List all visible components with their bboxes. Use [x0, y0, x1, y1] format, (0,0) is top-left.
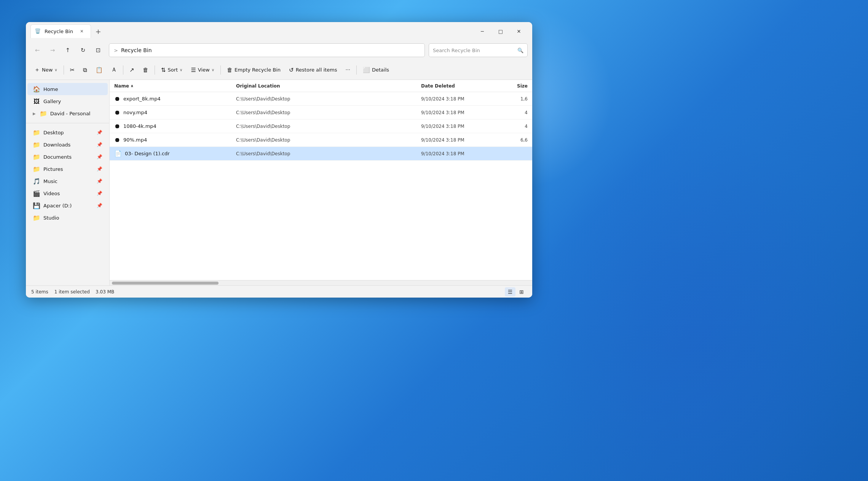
window-controls: ─ □ ✕	[474, 25, 528, 37]
grid-view-icon: ⊞	[519, 289, 524, 295]
sort-label: Sort	[168, 67, 178, 73]
paste-button[interactable]: 📋	[92, 63, 107, 77]
minimize-button[interactable]: ─	[474, 25, 491, 37]
item-count: 5 items	[31, 289, 48, 295]
column-size[interactable]: Size	[497, 83, 528, 89]
column-size-label: Size	[517, 83, 528, 89]
sidebar: 🏠 Home 🖼 Gallery ▶ 📁 David - Personal 📁 …	[26, 80, 110, 285]
sidebar-item-studio[interactable]: 📁 Studio	[27, 212, 108, 224]
file-date-cell: 9/10/2024 3:18 PM	[421, 124, 497, 129]
desktop-icon: 📁	[33, 129, 40, 136]
sidebar-divider	[26, 121, 109, 123]
list-view-button[interactable]: ☰	[505, 287, 515, 296]
view-icon: ☰	[191, 67, 196, 73]
file-name-text: 1080-4k.mp4	[123, 123, 156, 129]
file-list: ⏺ export_8k.mp4 C:\Users\David\Desktop 9…	[110, 92, 532, 280]
pictures-icon: 📁	[33, 166, 40, 173]
file-name-cell: 📄 03- Design (1).cdr	[114, 150, 236, 157]
back-button[interactable]: ←	[30, 43, 44, 57]
pictures-pin-icon: 📌	[97, 166, 102, 172]
search-bar[interactable]: Search Recycle Bin 🔍	[429, 43, 528, 57]
status-bar: 5 items 1 item selected 3.03 MB ☰ ⊞	[26, 285, 532, 298]
separator-3	[155, 65, 155, 75]
rename-button[interactable]: Ａ	[107, 63, 121, 77]
column-name[interactable]: Name ∧	[114, 83, 236, 89]
new-button[interactable]: ＋ New ∨	[30, 63, 61, 77]
sidebar-item-studio-label: Studio	[43, 215, 59, 221]
close-button[interactable]: ✕	[510, 25, 528, 37]
new-chevron: ∨	[54, 68, 57, 72]
sidebar-item-david-personal[interactable]: ▶ 📁 David - Personal	[27, 107, 108, 119]
details-button[interactable]: ⬜ Details	[359, 63, 393, 77]
empty-icon: 🗑	[227, 67, 233, 73]
table-row[interactable]: ⏺ 1080-4k.mp4 C:\Users\David\Desktop 9/1…	[110, 119, 532, 133]
sidebar-item-gallery-label: Gallery	[43, 99, 61, 104]
sidebar-item-videos[interactable]: 🎬 Videos 📌	[27, 187, 108, 199]
sidebar-item-videos-label: Videos	[43, 191, 60, 196]
file-name-text: 03- Design (1).cdr	[125, 151, 170, 156]
video-file-icon: ⏺	[114, 123, 120, 130]
file-size-cell: 4	[497, 124, 528, 129]
rename-icon: Ａ	[111, 66, 117, 73]
recycle-bin-tab[interactable]: 🗑️ Recycle Bin ✕	[30, 24, 91, 38]
delete-button[interactable]: 🗑	[139, 63, 152, 77]
apacer-pin-icon: 📌	[97, 203, 102, 208]
file-explorer-window: 🗑️ Recycle Bin ✕ + ─ □ ✕ ← → ↑ ↻ ⊡ > Rec…	[26, 22, 532, 298]
restore-all-button[interactable]: ↺ Restore all items	[285, 63, 341, 77]
table-row[interactable]: ⏺ export_8k.mp4 C:\Users\David\Desktop 9…	[110, 92, 532, 106]
sidebar-item-apacer-label: Apacer (D:)	[43, 203, 72, 209]
up-button[interactable]: ↑	[61, 43, 75, 57]
horizontal-scrollbar[interactable]	[110, 280, 532, 285]
sidebar-item-apacer[interactable]: 💾 Apacer (D:) 📌	[27, 199, 108, 212]
copy-icon: ⧉	[83, 67, 87, 73]
share-icon: ↗	[129, 67, 134, 73]
file-name-cell: ⏺ 1080-4k.mp4	[114, 123, 236, 130]
scrollbar-thumb[interactable]	[112, 282, 219, 285]
expand-icon: ▶	[33, 111, 36, 116]
tab-close-button[interactable]: ✕	[78, 28, 85, 35]
sort-button[interactable]: ⇅ Sort ∨	[157, 63, 187, 77]
selected-info: 1 item selected 3.03 MB	[54, 289, 114, 295]
address-path: Recycle Bin	[121, 47, 152, 53]
videos-icon: 🎬	[33, 190, 40, 197]
maximize-button[interactable]: □	[492, 25, 509, 37]
sidebar-item-downloads[interactable]: 📁 Downloads 📌	[27, 139, 108, 151]
address-bar[interactable]: > Recycle Bin	[109, 43, 425, 57]
sidebar-item-gallery[interactable]: 🖼 Gallery	[27, 95, 108, 107]
sidebar-item-music[interactable]: 🎵 Music 📌	[27, 175, 108, 187]
sidebar-item-documents-label: Documents	[43, 154, 72, 160]
details-label: Details	[372, 67, 389, 73]
empty-label: Empty Recycle Bin	[235, 67, 281, 73]
videos-pin-icon: 📌	[97, 191, 102, 196]
refresh-button[interactable]: ↻	[76, 43, 90, 57]
sidebar-item-home-label: Home	[43, 86, 58, 92]
table-row[interactable]: ⏺ 90%.mp4 C:\Users\David\Desktop 9/10/20…	[110, 133, 532, 147]
table-row[interactable]: ⏺ novy.mp4 C:\Users\David\Desktop 9/10/2…	[110, 106, 532, 119]
cut-button[interactable]: ✂	[66, 63, 79, 77]
copy-button[interactable]: ⧉	[79, 63, 91, 77]
sidebar-item-pictures[interactable]: 📁 Pictures 📌	[27, 163, 108, 175]
video-file-icon: ⏺	[114, 109, 120, 116]
sidebar-item-desktop[interactable]: 📁 Desktop 📌	[27, 126, 108, 139]
search-placeholder: Search Recycle Bin	[433, 48, 515, 53]
view-switch-button[interactable]: ⊡	[91, 43, 105, 57]
view-button[interactable]: ☰ View ∨	[187, 63, 218, 77]
grid-view-button[interactable]: ⊞	[516, 287, 527, 296]
empty-recycle-bin-button[interactable]: 🗑 Empty Recycle Bin	[223, 63, 284, 77]
forward-button[interactable]: →	[46, 43, 59, 57]
file-size-cell: 6,6	[497, 137, 528, 143]
separator-2	[123, 65, 123, 75]
file-area: Name ∧ Original Location Date Deleted Si…	[110, 80, 532, 285]
file-name-cell: ⏺ novy.mp4	[114, 109, 236, 116]
sidebar-item-documents[interactable]: 📁 Documents 📌	[27, 151, 108, 163]
column-location[interactable]: Original Location	[236, 83, 421, 89]
table-row[interactable]: 📄 03- Design (1).cdr C:\Users\David\Desk…	[110, 147, 532, 161]
share-button[interactable]: ↗	[126, 63, 138, 77]
gallery-icon: 🖼	[33, 98, 40, 105]
file-name-text: 90%.mp4	[123, 137, 147, 143]
file-date-cell: 9/10/2024 3:18 PM	[421, 96, 497, 102]
sidebar-item-home[interactable]: 🏠 Home	[27, 83, 108, 95]
more-options-button[interactable]: ···	[342, 63, 354, 77]
new-tab-button[interactable]: +	[93, 25, 104, 37]
column-date[interactable]: Date Deleted	[421, 83, 497, 89]
